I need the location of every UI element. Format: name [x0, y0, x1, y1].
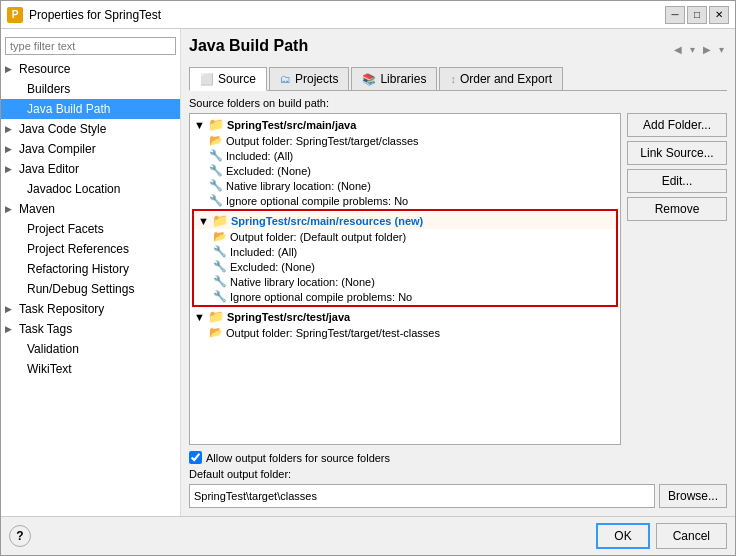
sidebar-item-builders[interactable]: ▶ Builders — [1, 79, 180, 99]
sidebar-item-validation[interactable]: ▶ Validation — [1, 339, 180, 359]
cancel-button[interactable]: Cancel — [656, 523, 727, 549]
remove-button[interactable]: Remove — [627, 197, 727, 221]
tab-label: Order and Export — [460, 72, 552, 86]
tab-order-export[interactable]: ↕ Order and Export — [439, 67, 563, 90]
source-tab-icon: ⬜ — [200, 73, 214, 86]
nav-dropdown[interactable]: ▾ — [716, 43, 727, 56]
sidebar-item-java-build-path[interactable]: ▶ Java Build Path — [1, 99, 180, 119]
tree-row-ignore-1[interactable]: 🔧 Ignore optional compile problems: No — [190, 193, 620, 208]
nav-forward[interactable]: ▶ — [700, 43, 714, 56]
node-label: Output folder: SpringTest/target/classes — [226, 135, 419, 147]
node-label: Output folder: SpringTest/target/test-cl… — [226, 327, 440, 339]
sidebar-item-label: Task Tags — [19, 322, 72, 336]
node-label: Included: (All) — [226, 150, 293, 162]
tree-node-src-main-java: ▼ 📁 SpringTest/src/main/java 📂 Output fo… — [190, 116, 620, 208]
sidebar-item-maven[interactable]: ▶ Maven — [1, 199, 180, 219]
sidebar-item-javadoc-location[interactable]: ▶ Javadoc Location — [1, 179, 180, 199]
tab-source[interactable]: ⬜ Source — [189, 67, 267, 91]
sidebar-item-refactoring-history[interactable]: ▶ Refactoring History — [1, 259, 180, 279]
sidebar-item-project-references[interactable]: ▶ Project References — [1, 239, 180, 259]
tab-libraries[interactable]: 📚 Libraries — [351, 67, 437, 90]
tab-label: Projects — [295, 72, 338, 86]
panel-header: Java Build Path ◀ ▾ ▶ ▾ — [189, 37, 727, 61]
filter-input[interactable] — [5, 37, 176, 55]
sidebar-item-task-tags[interactable]: ▶ Task Tags — [1, 319, 180, 339]
add-folder-button[interactable]: Add Folder... — [627, 113, 727, 137]
libraries-tab-icon: 📚 — [362, 73, 376, 86]
folder-icon: 📁 — [208, 117, 224, 132]
allow-output-label: Allow output folders for source folders — [206, 452, 390, 464]
tree-node-src-test-java: ▼ 📁 SpringTest/src/test/java 📂 Output fo… — [190, 308, 620, 340]
sidebar-item-project-facets[interactable]: ▶ Project Facets — [1, 219, 180, 239]
sidebar-item-label: Javadoc Location — [27, 182, 120, 196]
sidebar-item-wikitext[interactable]: ▶ WikiText — [1, 359, 180, 379]
source-folders-label: Source folders on build path: — [189, 97, 727, 109]
main-content: ▶ Resource ▶ Builders ▶ Java Build Path … — [1, 29, 735, 516]
browse-button[interactable]: Browse... — [659, 484, 727, 508]
tree-row-included-1[interactable]: 🔧 Included: (All) — [190, 148, 620, 163]
tree-row-native-1[interactable]: 🔧 Native library location: (None) — [190, 178, 620, 193]
node-label: Excluded: (None) — [230, 261, 315, 273]
edit-button[interactable]: Edit... — [627, 169, 727, 193]
projects-tab-icon: 🗂 — [280, 73, 291, 85]
node-label: Ignore optional compile problems: No — [230, 291, 412, 303]
ignore-icon: 🔧 — [213, 290, 227, 303]
default-output-label: Default output folder: — [189, 468, 727, 480]
sidebar-item-label: Project Facets — [27, 222, 104, 236]
sidebar: ▶ Resource ▶ Builders ▶ Java Build Path … — [1, 29, 181, 516]
maximize-button[interactable]: □ — [687, 6, 707, 24]
tree-row-excluded-1[interactable]: 🔧 Excluded: (None) — [190, 163, 620, 178]
sidebar-item-label: Project References — [27, 242, 129, 256]
tree-row-output-2[interactable]: 📂 Output folder: (Default output folder) — [194, 229, 616, 244]
main-window: P Properties for SpringTest ─ □ ✕ ▶ Reso… — [0, 0, 736, 556]
default-output-input[interactable] — [189, 484, 655, 508]
window-icon: P — [7, 7, 23, 23]
dialog-footer: ? OK Cancel — [1, 516, 735, 555]
sidebar-item-task-repository[interactable]: ▶ Task Repository — [1, 299, 180, 319]
minimize-button[interactable]: ─ — [665, 6, 685, 24]
nav-back[interactable]: ◀ — [671, 43, 685, 56]
tree-panel: ▼ 📁 SpringTest/src/main/java 📂 Output fo… — [189, 113, 621, 445]
allow-output-checkbox[interactable] — [189, 451, 202, 464]
checkbox-row: Allow output folders for source folders — [189, 451, 727, 464]
sidebar-item-label: Validation — [27, 342, 79, 356]
sidebar-item-label: Java Code Style — [19, 122, 106, 136]
tab-projects[interactable]: 🗂 Projects — [269, 67, 349, 90]
sidebar-item-label: Resource — [19, 62, 70, 76]
folder-icon: 📁 — [208, 309, 224, 324]
tree-row-output-1[interactable]: 📂 Output folder: SpringTest/target/class… — [190, 133, 620, 148]
included-icon: 🔧 — [209, 149, 223, 162]
sidebar-item-java-compiler[interactable]: ▶ Java Compiler — [1, 139, 180, 159]
sidebar-item-java-editor[interactable]: ▶ Java Editor — [1, 159, 180, 179]
excluded-icon: 🔧 — [213, 260, 227, 273]
output-row: Browse... — [189, 484, 727, 508]
tree-row-native-2[interactable]: 🔧 Native library location: (None) — [194, 274, 616, 289]
tree-row-included-2[interactable]: 🔧 Included: (All) — [194, 244, 616, 259]
tree-row-output-3[interactable]: 📂 Output folder: SpringTest/target/test-… — [190, 325, 620, 340]
sidebar-item-label: WikiText — [27, 362, 72, 376]
sidebar-item-run-debug-settings[interactable]: ▶ Run/Debug Settings — [1, 279, 180, 299]
help-button[interactable]: ? — [9, 525, 31, 547]
ok-button[interactable]: OK — [596, 523, 649, 549]
tree-row-src-main-java[interactable]: ▼ 📁 SpringTest/src/main/java — [190, 116, 620, 133]
expand-arrow: ▶ — [5, 164, 17, 174]
bottom-area: Allow output folders for source folders … — [189, 451, 727, 508]
close-button[interactable]: ✕ — [709, 6, 729, 24]
expand-arrow: ▶ — [5, 64, 17, 74]
sidebar-item-resource[interactable]: ▶ Resource — [1, 59, 180, 79]
expand-icon: ▼ — [192, 311, 205, 323]
output-icon: 📂 — [209, 326, 223, 339]
tree-row-src-main-resources[interactable]: ▼ 📁 SpringTest/src/main/resources (new) — [194, 212, 616, 229]
sidebar-item-java-code-style[interactable]: ▶ Java Code Style — [1, 119, 180, 139]
link-source-button[interactable]: Link Source... — [627, 141, 727, 165]
window-title: Properties for SpringTest — [29, 8, 665, 22]
node-label: SpringTest/src/main/java — [227, 119, 356, 131]
node-label: Native library location: (None) — [230, 276, 375, 288]
expand-arrow: ▶ — [5, 124, 17, 134]
sidebar-item-label: Java Build Path — [27, 102, 110, 116]
tree-row-src-test-java[interactable]: ▼ 📁 SpringTest/src/test/java — [190, 308, 620, 325]
tree-row-excluded-2[interactable]: 🔧 Excluded: (None) — [194, 259, 616, 274]
tree-container: ▼ 📁 SpringTest/src/main/java 📂 Output fo… — [190, 114, 620, 342]
tree-row-ignore-2[interactable]: 🔧 Ignore optional compile problems: No — [194, 289, 616, 304]
ignore-icon: 🔧 — [209, 194, 223, 207]
